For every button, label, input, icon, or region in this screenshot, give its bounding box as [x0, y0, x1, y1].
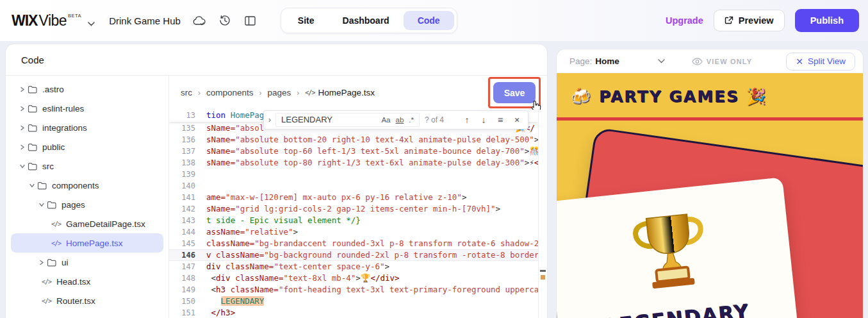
- code-line-145[interactable]: 145className="bg-brandaccent rounded-3xl…: [169, 238, 547, 249]
- preview-button-label: Preview: [739, 15, 774, 26]
- view-switcher: Site Dashboard Code: [281, 8, 457, 33]
- chevron-icon[interactable]: [17, 106, 28, 112]
- tree-item-label: Head.tsx: [56, 277, 90, 287]
- code-line-149[interactable]: 149 <h3 className="font-heading text-3xl…: [169, 284, 547, 296]
- preview-button[interactable]: Preview: [714, 10, 785, 31]
- breadcrumb-item[interactable]: pages: [268, 88, 291, 97]
- code-line-142[interactable]: 142sName="grid lg:grid-cols-2 gap-12 ite…: [169, 203, 547, 215]
- folder-icon: [28, 143, 37, 151]
- find-widget: › LEGENDARY Aa ab .* ? of 4 ↑ ↓ ≡ ×: [263, 110, 528, 130]
- tree-folder--astro[interactable]: .astro: [6, 80, 168, 99]
- code-area[interactable]: 13tion HomePag 135sName="absol🎉</136sNam…: [169, 110, 547, 318]
- tree-file-router-tsx[interactable]: </>Router.tsx: [6, 291, 168, 310]
- history-icon[interactable]: [218, 13, 232, 28]
- chevron-down-icon[interactable]: [88, 22, 95, 26]
- tree-item-label: ui: [61, 258, 69, 267]
- breadcrumb-item[interactable]: src: [181, 88, 192, 97]
- code-line-150[interactable]: 150 LEGENDARY: [169, 296, 547, 307]
- line-number: 140: [169, 180, 206, 192]
- code-line-147[interactable]: 147div className="text-center space-y-6"…: [169, 261, 547, 272]
- tree-folder-ui[interactable]: ui: [6, 253, 168, 272]
- breadcrumb-item[interactable]: components: [206, 88, 254, 97]
- tab-dashboard[interactable]: Dashboard: [329, 11, 404, 30]
- site-header-title: 🍻 PARTY GAMES 🎉: [557, 73, 863, 106]
- project-name: Drink Game Hub: [109, 15, 181, 26]
- line-number: 139: [169, 169, 206, 180]
- code-line-137[interactable]: 137sName="absolute top-60 left-1/3 text-…: [169, 146, 547, 157]
- publish-button[interactable]: Publish: [795, 9, 859, 32]
- chevron-down-icon[interactable]: [658, 59, 665, 63]
- split-view-button[interactable]: ✕ Split View: [786, 53, 855, 71]
- code-line-141[interactable]: 141ame="max-w-[120rem] mx-auto px-6 py-1…: [169, 192, 547, 203]
- match-case-toggle[interactable]: Aa: [379, 113, 393, 126]
- line-number: 143: [169, 215, 206, 226]
- tree-folder-integrations[interactable]: integrations: [6, 118, 168, 137]
- cloud-check-icon[interactable]: [192, 13, 206, 28]
- arrow-up-icon[interactable]: ↑: [460, 113, 474, 127]
- code-line-140[interactable]: 140: [169, 180, 547, 192]
- site-preview: 🍻 PARTY GAMES 🎉: [557, 73, 863, 318]
- code-line-138[interactable]: 138sName="absolute top-80 right-1/3 text…: [169, 157, 547, 169]
- arrow-down-icon[interactable]: ↓: [477, 113, 491, 127]
- page-selector-value[interactable]: Home: [595, 56, 619, 66]
- workspace: Code .astroeslint-rulesintegrationspubli…: [0, 41, 868, 318]
- tree-folder-pages[interactable]: pages: [6, 195, 168, 214]
- find-input[interactable]: LEGENDARY Aa ab .*: [275, 113, 420, 127]
- chevron-icon[interactable]: [37, 260, 47, 265]
- chevron-icon[interactable]: [27, 183, 37, 188]
- code-line-139[interactable]: 139: [169, 169, 547, 180]
- wix-vibe-logo[interactable]: WIX Vibe BETA: [12, 12, 81, 29]
- tab-code[interactable]: Code: [404, 11, 454, 30]
- upgrade-link[interactable]: Upgrade: [666, 15, 703, 26]
- tree-file-gamedetailpage-tsx[interactable]: </>GameDetailPage.tsx: [6, 214, 168, 233]
- scrollbar-thumb[interactable]: [540, 270, 546, 272]
- close-icon[interactable]: ×: [510, 113, 524, 127]
- find-results-count: ? of 4: [425, 114, 454, 126]
- tree-item-label: eslint-rules: [42, 104, 84, 113]
- line-number: 145: [169, 238, 206, 249]
- chevron-icon[interactable]: [17, 144, 28, 150]
- breadcrumb-separator-icon: ›: [297, 88, 299, 97]
- chevron-icon[interactable]: [37, 202, 47, 208]
- code-line-136[interactable]: 136sName="absolute bottom-20 right-10 te…: [169, 134, 547, 146]
- folder-icon: [28, 124, 37, 132]
- folder-icon: [28, 162, 37, 171]
- editor-scrollbar[interactable]: [538, 110, 547, 318]
- code-panel-title: Code: [21, 54, 44, 65]
- code-file-icon: </>: [42, 297, 51, 305]
- chevron-icon[interactable]: [17, 163, 28, 169]
- tree-folder-src[interactable]: src: [6, 156, 168, 176]
- breadcrumb-file[interactable]: </>HomePage.tsx: [305, 88, 375, 97]
- chevron-right-icon[interactable]: ›: [264, 114, 275, 126]
- folder-icon: [47, 258, 56, 267]
- tab-site[interactable]: Site: [284, 11, 329, 30]
- find-in-selection-icon[interactable]: ≡: [493, 113, 507, 127]
- folder-icon: [28, 85, 37, 94]
- code-line-151[interactable]: 151 </h3>: [169, 307, 547, 318]
- close-icon: ✕: [796, 56, 803, 67]
- tree-folder-eslint-rules[interactable]: eslint-rules: [6, 99, 168, 118]
- tree-file-homepage-tsx[interactable]: </>HomePage.tsx: [11, 233, 163, 253]
- code-line-148[interactable]: 148 <div className="text-8xl mb-4">🏆</di…: [169, 272, 547, 284]
- tree-file-head-tsx[interactable]: </>Head.tsx: [6, 272, 168, 291]
- line-number: 144: [169, 226, 206, 238]
- code-line-143[interactable]: 143t side - Epic visual element */}: [169, 215, 547, 226]
- folder-icon: [47, 201, 56, 209]
- chevron-icon[interactable]: [17, 125, 28, 131]
- logo-wix: WIX: [12, 12, 37, 29]
- rotated-red-card: LEGENDARY: [557, 128, 863, 318]
- split-panel-icon[interactable]: [243, 13, 258, 28]
- top-bar: WIX Vibe BETA Drink Game Hub Site Dashbo…: [0, 0, 868, 41]
- preview-header: Page: Home VIEW ONLY ✕ Split View: [557, 49, 863, 73]
- code-file-icon: </>: [51, 240, 61, 247]
- code-line-144[interactable]: 144assName="relative">: [169, 226, 547, 238]
- line-number: 142: [169, 203, 206, 215]
- tree-folder-components[interactable]: components: [6, 176, 168, 195]
- tree-folder-public[interactable]: public: [6, 137, 168, 156]
- chevron-icon[interactable]: [17, 87, 28, 92]
- code-line-146[interactable]: 146v className="bg-background rounded-2x…: [169, 249, 547, 261]
- regex-toggle[interactable]: .*: [406, 113, 416, 126]
- code-panel: Code .astroeslint-rulesintegrationspubli…: [5, 44, 548, 318]
- whole-word-toggle[interactable]: ab: [393, 113, 407, 126]
- code-file-icon: </>: [42, 278, 51, 285]
